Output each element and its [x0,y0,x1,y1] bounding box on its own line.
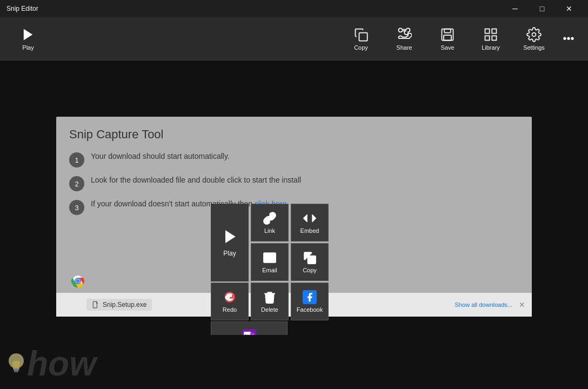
toolbar: Play Copy Share Save Library [0,17,588,61]
step-row-1: 1 Your download should start automatical… [69,151,519,167]
email-icon [263,251,277,265]
share-redo-button[interactable]: Redo [211,283,249,320]
share-label: Share [396,44,412,51]
show-all-downloads[interactable]: Show all downloads... [455,301,512,308]
step-text-2: Look for the downloaded file and double … [91,175,301,186]
save-label: Save [440,44,454,51]
share-delete-label: Delete [261,306,278,313]
download-filename: Snip.Setup.exe [103,301,146,308]
share-play-label: Play [223,250,236,257]
share-play-button[interactable]: Play [211,204,249,281]
library-button[interactable]: Library [471,21,510,57]
share-link-label: Link [264,227,275,234]
redo-icon [223,290,237,304]
snip-title: Snip Capture Tool [69,128,519,142]
settings-button[interactable]: Settings [514,21,553,57]
embed-icon [303,211,317,225]
share-embed-label: Embed [300,227,319,234]
minimize-button[interactable]: ─ [503,0,527,17]
library-label: Library [482,44,500,51]
step-text-2-main: Look for the downloaded file and double … [91,176,301,184]
svg-rect-7 [485,36,490,40]
share-facebook-button[interactable]: Facebook [291,283,329,320]
step-number-2: 2 [69,176,84,191]
svg-rect-3 [444,29,451,32]
save-button[interactable]: Save [428,21,467,57]
app-title: Snip Editor [6,5,38,12]
svg-rect-1 [359,32,368,41]
svg-rect-17 [308,256,316,264]
window-controls: ─ □ ✕ [503,0,582,17]
share-facebook-label: Facebook [297,306,323,313]
share-redo-label: Redo [223,306,237,313]
svg-rect-8 [492,36,496,40]
play-label: Play [22,44,34,51]
share-play-icon [221,228,238,245]
svg-rect-4 [444,35,451,40]
share-copy-icon [303,251,317,265]
save-icon [440,27,455,42]
step-row-2: 2 Look for the downloaded file and doubl… [69,175,519,191]
delete-icon [263,290,277,304]
share-email-button[interactable]: Email [251,243,289,281]
share-link-button[interactable]: Link [251,204,289,242]
copy-label: Copy [354,44,368,51]
close-download-bar[interactable]: ✕ [519,300,525,309]
close-button[interactable]: ✕ [557,0,582,17]
svg-rect-27 [14,369,19,371]
file-icon [92,301,99,308]
more-icon: ••• [563,32,574,45]
link-icon [263,211,277,225]
step-number-3: 3 [69,200,84,215]
copy-icon [353,27,369,42]
svg-marker-0 [24,29,32,40]
share-copy-label: Copy [303,267,317,273]
svg-rect-5 [485,29,490,33]
svg-rect-6 [492,29,496,33]
play-button[interactable]: Play [9,21,48,57]
svg-marker-15 [225,230,236,243]
share-icon [397,27,412,42]
share-email-label: Email [262,267,277,273]
share-delete-button[interactable]: Delete [251,283,289,320]
svg-rect-28 [14,371,18,372]
facebook-icon [303,290,317,304]
library-icon [483,27,498,42]
share-embed-button[interactable]: Embed [291,204,329,242]
more-button[interactable]: ••• [558,28,579,50]
how-text: how [27,344,96,384]
settings-label: Settings [523,44,545,51]
bottom-area: how [0,335,588,389]
maximize-button[interactable]: □ [530,0,554,17]
download-item: Snip.Setup.exe [86,299,152,311]
share-button[interactable]: Share [385,21,424,57]
svg-point-9 [532,32,536,36]
play-icon [21,27,36,42]
svg-point-13 [76,279,80,283]
settings-icon [526,27,542,42]
step-text-1: Your download should start automatically… [91,151,230,162]
copy-button[interactable]: Copy [342,21,380,57]
chrome-icon [69,272,86,290]
share-copy-button[interactable]: Copy [291,243,329,281]
step-number-1: 1 [69,152,84,167]
title-bar: Snip Editor ─ □ ✕ [0,0,588,17]
